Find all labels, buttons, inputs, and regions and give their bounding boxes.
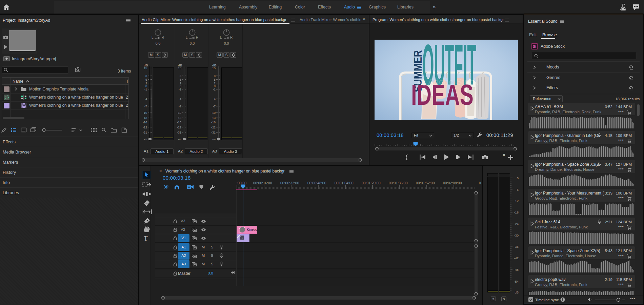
- svg-text:A: A: [416, 74, 426, 89]
- svg-text:St: St: [533, 45, 537, 48]
- svg-text:Adobe Stock: Adobe Stock: [428, 77, 478, 87]
